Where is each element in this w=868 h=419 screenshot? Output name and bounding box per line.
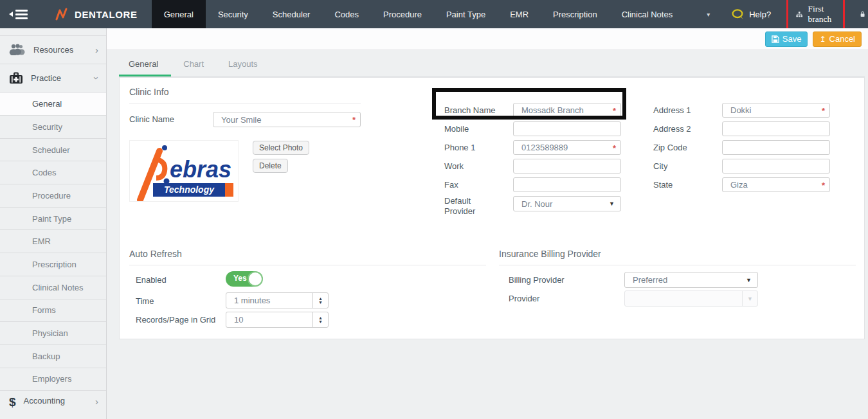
delete-photo-button[interactable]: Delete	[253, 159, 288, 173]
clinic-name-input[interactable]	[213, 112, 361, 127]
enabled-toggle[interactable]: Yes	[226, 271, 263, 287]
billing-provider-select[interactable]: Preferred ▼	[624, 272, 758, 288]
branch-selector-button[interactable]: First branch	[786, 0, 845, 30]
time-stepper[interactable]: 1 minutes ▲▼	[226, 292, 329, 308]
logo-text: ebras	[170, 156, 231, 183]
billing-provider-label: Billing Provider	[509, 275, 565, 285]
dollar-icon: $	[9, 396, 16, 409]
branch-label: First branch	[808, 4, 835, 24]
save-button[interactable]: Save	[765, 31, 808, 47]
toggle-knob	[249, 272, 262, 285]
topnav-procedure[interactable]: Procedure	[371, 0, 434, 28]
action-toolbar: Save ↥ Cancel	[107, 28, 868, 50]
records-per-page-stepper[interactable]: 10 ▲▼	[226, 312, 329, 328]
default-provider-select[interactable]: Dr. Nour ▼	[513, 196, 621, 211]
sidebar-item-backup[interactable]: Backup	[0, 345, 106, 368]
topnav-clinical-notes[interactable]: Clinical Notes	[610, 0, 685, 28]
phone1-input[interactable]	[513, 140, 621, 155]
sidebar-group-label: Practice	[31, 73, 87, 83]
help-label: Help?	[749, 10, 771, 19]
sidebar-item-emr[interactable]: EMR	[0, 230, 106, 253]
help-button[interactable]: Help?	[732, 9, 771, 20]
help-chat-icon	[732, 9, 745, 20]
provider-select-disabled: ▼	[624, 290, 758, 307]
city-label: City	[653, 161, 718, 171]
stepper-arrows-icon[interactable]: ▲▼	[312, 312, 328, 327]
topnav-general[interactable]: General	[152, 0, 206, 28]
top-nav: General Security Scheduler Codes Procedu…	[152, 0, 732, 28]
topbar-right-cluster: Help? First branch System Administrator …	[732, 0, 868, 28]
work-field	[513, 159, 621, 174]
tab-general[interactable]: General	[119, 50, 171, 76]
user-menu[interactable]: System Administrator ▾	[860, 4, 868, 24]
sidebar-item-scheduler[interactable]: Scheduler	[0, 139, 106, 162]
address1-input[interactable]	[722, 103, 830, 118]
sidebar-item-paint-type[interactable]: Paint Type	[0, 208, 106, 231]
topnav-paint-type[interactable]: Paint Type	[434, 0, 498, 28]
topnav-scheduler[interactable]: Scheduler	[260, 0, 323, 28]
save-label: Save	[782, 34, 802, 44]
time-value: 1 minutes	[226, 293, 312, 308]
stepper-arrows-icon[interactable]: ▲▼	[312, 293, 328, 308]
medical-bag-icon	[9, 72, 23, 84]
sidebar-group-practice[interactable]: Practice ›	[0, 64, 106, 93]
tab-chart[interactable]: Chart	[171, 50, 216, 76]
sidebar-item-forms[interactable]: Forms	[0, 299, 106, 323]
hamburger-icon	[15, 8, 28, 21]
clinic-name-label: Clinic Name	[129, 114, 174, 124]
cancel-arrow-icon: ↥	[819, 35, 826, 43]
branch-name-field: *	[513, 103, 621, 118]
mobile-label: Mobile	[444, 124, 509, 134]
content-tabs: General Chart Layouts	[119, 50, 865, 77]
more-tabs-caret-icon[interactable]: ▾	[685, 0, 732, 28]
sidebar-item-general[interactable]: General	[0, 93, 106, 116]
select-photo-button[interactable]: Select Photo	[253, 141, 309, 155]
insurance-section-title: Insurance Billing Provider	[499, 249, 856, 265]
auto-refresh-section-title: Auto Refresh	[129, 249, 486, 265]
state-field: *	[722, 177, 830, 192]
sidebar-item-procedure[interactable]: Procedure	[0, 184, 106, 208]
brand-name: DENTALORE	[75, 9, 138, 20]
sidebar-group-resources[interactable]: Resources ›	[0, 36, 106, 64]
fax-label: Fax	[444, 180, 509, 190]
enabled-label: Enabled	[136, 275, 167, 285]
sidebar: Resources › Practice › General Security …	[0, 28, 107, 419]
zip-code-input[interactable]	[722, 140, 830, 155]
sidebar-group-accounting[interactable]: $ Accounting ›	[0, 390, 106, 419]
default-provider-value: Dr. Nour	[521, 199, 552, 209]
mobile-input[interactable]	[513, 121, 621, 136]
sidebar-item-clinical-notes[interactable]: Clinical Notes	[0, 276, 106, 299]
address2-input[interactable]	[722, 121, 830, 136]
default-provider-label: Default Provider	[444, 196, 484, 217]
topnav-codes[interactable]: Codes	[322, 0, 371, 28]
city-input[interactable]	[722, 159, 830, 174]
clinic-name-field: *	[213, 112, 361, 127]
work-label: Work	[444, 161, 509, 171]
sidebar-item-codes[interactable]: Codes	[0, 161, 106, 184]
topnav-emr[interactable]: EMR	[498, 0, 541, 28]
chevron-down-icon: ›	[91, 76, 102, 80]
tab-layouts[interactable]: Layouts	[216, 50, 270, 76]
topnav-security[interactable]: Security	[206, 0, 260, 28]
sidebar-item-security[interactable]: Security	[0, 116, 106, 139]
topnav-prescription[interactable]: Prescription	[541, 0, 610, 28]
cancel-button[interactable]: ↥ Cancel	[813, 31, 862, 47]
fax-input[interactable]	[513, 177, 621, 192]
collapse-arrow-icon	[9, 12, 13, 17]
records-per-page-label: Records/Page in Grid	[136, 315, 229, 325]
people-icon	[9, 44, 26, 55]
branch-name-input[interactable]	[513, 103, 621, 118]
select-caret-icon: ▼	[746, 277, 757, 283]
sidebar-item-prescription[interactable]: Prescription	[0, 253, 106, 276]
work-input[interactable]	[513, 159, 621, 174]
state-input[interactable]	[722, 177, 830, 192]
sidebar-item-physician[interactable]: Physician	[0, 322, 106, 345]
logo-subtext: Technology	[164, 184, 215, 195]
sidebar-toggle-button[interactable]	[0, 0, 38, 28]
required-asterisk: *	[352, 115, 356, 125]
top-bar: DENTALORE General Security Scheduler Cod…	[0, 0, 868, 28]
address1-label: Address 1	[653, 105, 718, 115]
sidebar-item-employers[interactable]: Employers	[0, 368, 106, 391]
save-floppy-icon	[772, 35, 779, 43]
clinic-logo-image: ebras Technology	[129, 140, 239, 202]
